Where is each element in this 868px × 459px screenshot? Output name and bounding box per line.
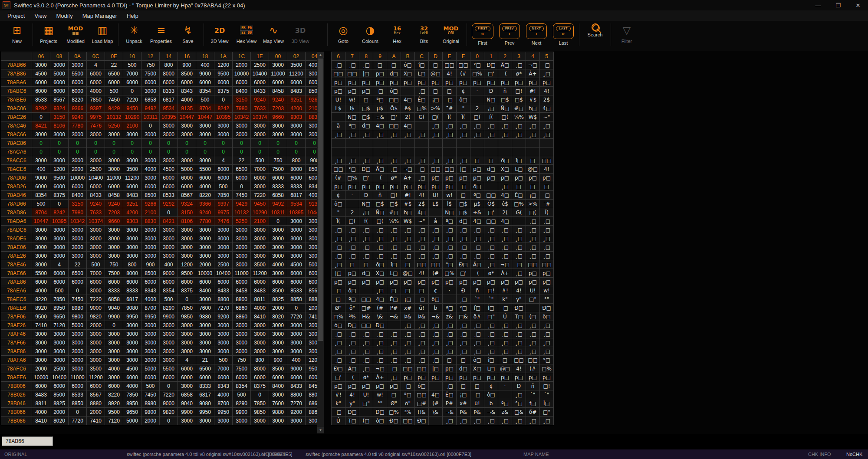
grid-cell[interactable]: 3000 [32,260,50,269]
grid-cell[interactable]: 7476 [87,121,105,130]
grid-cell[interactable]: 8800 [287,390,306,399]
hex-cell[interactable]: ²% [401,408,415,416]
hex-cell[interactable]: p□ [484,278,498,286]
grid-cell[interactable]: 6000 [178,364,196,373]
hex-cell[interactable]: Þ& [401,312,415,321]
hex-cell[interactable]: □" [526,295,540,304]
hex-cell[interactable]: p□ [512,78,526,87]
grid-cell[interactable]: 3000 [178,121,196,130]
hex-cell[interactable]: 4□ [373,295,387,304]
grid-cell[interactable]: 8333 [196,382,214,390]
grid-cell[interactable]: 10342 [69,217,87,226]
hex-cell[interactable]: ¸□ [443,347,457,356]
hex-cell[interactable]: ¸□ [359,130,373,139]
grid-cell[interactable]: 5500 [69,69,87,78]
hex-cell[interactable]: Ï( [540,208,554,217]
hex-cell[interactable]: ¸□ [484,338,498,347]
grid-cell[interactable]: 8354 [160,286,178,295]
grid-cell[interactable]: 9135 [178,104,196,113]
grid-cell[interactable]: 7220 [160,390,178,399]
grid-cell[interactable]: 0 [178,139,196,148]
hex-cell[interactable]: L$ [429,200,443,208]
hex-cell[interactable]: ¸□ [373,338,387,347]
hex-cell[interactable] [429,148,443,156]
grid-cell[interactable]: 6000 [50,182,69,191]
hex-cell[interactable]: ¸□ [345,338,359,347]
grid-cell[interactable]: 3000 [178,321,196,330]
grid-cell[interactable]: 9820 [87,312,105,321]
grid-cell[interactable]: 3000 [178,226,196,234]
grid-cell[interactable]: 3000 [32,234,50,243]
grid-cell[interactable]: 8811 [251,295,269,304]
hex-cell[interactable]: ¸□ [443,156,457,165]
hex-cell[interactable]: ø* [512,69,526,78]
grid-cell[interactable]: 11000 [269,69,287,78]
grid-cell[interactable]: 3150 [233,95,251,104]
hex-cell[interactable]: p□ [387,182,401,191]
grid-cell[interactable]: 5000 [69,321,87,330]
grid-cell[interactable]: 7120 [105,416,123,425]
hex-cell[interactable]: ¬□ [526,61,540,69]
grid-cell[interactable]: 8220 [196,191,214,200]
grid-cell[interactable]: 10374 [87,217,105,226]
grid-cell[interactable]: 9950 [214,408,233,416]
hex-cell[interactable]: ¸□ [345,356,359,364]
grid-cell[interactable]: 3000 [233,321,251,330]
grid-cell[interactable]: 3000 [141,87,160,95]
grid-cell[interactable]: 10374 [251,113,269,121]
hex-cell[interactable]: □ [359,260,373,269]
grid-cell[interactable]: 6000 [178,174,196,182]
grid-cell[interactable]: 6860 [233,304,251,312]
hex-cell[interactable] [401,148,415,156]
grid-cell[interactable]: 3000 [178,382,196,390]
grid-cell[interactable]: 3000 [50,356,69,364]
hex-cell[interactable]: p□ [540,278,554,286]
hex-cell[interactable]: Ê□ [387,295,401,304]
last-button[interactable]: LAST»Last [550,23,577,46]
hex-cell[interactable]: 2( [498,208,512,217]
grid-cell[interactable]: 7500 [233,364,251,373]
grid-cell[interactable]: 0 [214,148,233,156]
grid-cell[interactable]: 6858 [105,295,123,304]
grid-cell[interactable]: 9324 [178,200,196,208]
grid-cell[interactable]: 7450 [141,390,160,399]
menu-map-manager[interactable]: Map Manager [78,11,122,20]
hex-cell[interactable]: □ [387,286,401,295]
hex-cell[interactable]: □ [498,304,512,312]
hex-cell[interactable]: □ [401,286,415,295]
minimize-button[interactable]: — [808,0,828,10]
grid-cell[interactable]: 3000 [233,416,251,425]
grid-cell[interactable]: 3000 [123,347,141,356]
hex-cell[interactable]: ¸□ [373,330,387,338]
hex-cell[interactable]: Ð□ [512,304,526,312]
grid-cell[interactable]: 750 [141,61,160,69]
grid-cell[interactable]: 3000 [214,234,233,243]
grid-cell[interactable]: 3150 [50,113,69,121]
hex-cell[interactable]: ¸□ [498,252,512,260]
grid-cell[interactable]: 8980 [69,304,87,312]
hex-cell[interactable] [429,139,443,148]
hex-cell[interactable]: ¸□ [484,416,498,425]
grid-cell[interactable]: 9900 [233,408,251,416]
hex-cell[interactable]: ª□ [373,95,387,104]
grid-cell[interactable]: 6000 [69,382,87,390]
grid-cell[interactable]: 8483 [251,286,269,295]
grid-cell[interactable]: 6858 [178,390,196,399]
grid-cell[interactable]: 7600 [269,399,287,408]
grid-cell[interactable]: 9292 [160,200,178,208]
grid-cell[interactable]: 3000 [141,234,160,243]
grid-cell[interactable]: 6000 [87,69,105,78]
hex-cell[interactable]: ¸□ [345,234,359,243]
hex-cell[interactable] [373,148,387,156]
grid-cell[interactable]: 22 [105,61,123,69]
grid-cell[interactable]: 9240 [269,95,287,104]
hex-cell[interactable]: · [470,87,484,95]
hex-cell[interactable]: 4□ [415,208,429,217]
hex-cell[interactable]: □' [387,113,401,121]
grid-cell[interactable]: 2000 [196,260,214,269]
hex-cell[interactable]: p□ [443,174,457,182]
grid-cell[interactable]: 10000 [233,69,251,78]
grid-cell[interactable]: 6000 [287,269,306,278]
first-button[interactable]: FIRST«First [469,23,496,46]
grid-cell[interactable]: 22 [233,156,251,165]
